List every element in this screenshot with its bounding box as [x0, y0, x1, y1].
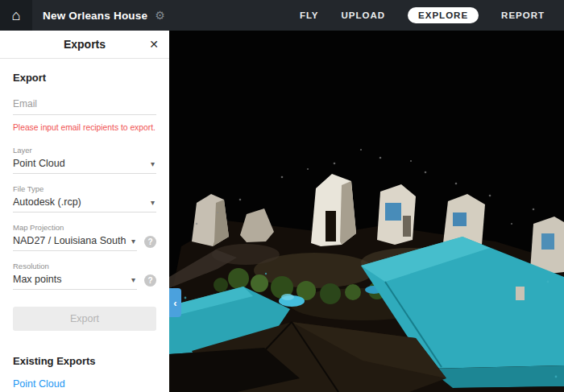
gear-icon[interactable]: ⚙	[155, 9, 165, 22]
existing-exports-section: Existing Exports Point Cloud Max points …	[13, 355, 156, 392]
map-projection-field: Map Projection NAD27 / Louisiana South ▾…	[13, 223, 156, 251]
chevron-down-icon: ▾	[151, 159, 155, 168]
nav-upload[interactable]: UPLOAD	[342, 10, 386, 20]
existing-exports-heading: Existing Exports	[13, 355, 156, 367]
chevron-down-icon: ▾	[151, 198, 155, 207]
layer-field: Layer Point Cloud ▾	[13, 146, 156, 174]
layer-value: Point Cloud	[13, 158, 65, 169]
file-type-value: Autodesk (.rcp)	[13, 196, 81, 208]
home-icon: ⌂	[12, 7, 21, 24]
nav-explore[interactable]: EXPLORE	[408, 7, 479, 23]
panel-collapse-tab[interactable]: ‹	[169, 288, 181, 317]
top-nav: FLY UPLOAD EXPLORE REPORT	[300, 7, 564, 23]
collapse-arrow-icon: ‹	[173, 297, 176, 309]
layer-select[interactable]: Point Cloud ▾	[13, 156, 156, 174]
help-icon[interactable]: ?	[144, 236, 156, 248]
file-type-field: File Type Autodesk (.rcp) ▾	[13, 184, 156, 213]
point-cloud-render	[169, 31, 564, 392]
chevron-down-icon: ▾	[131, 275, 135, 284]
email-error-message: Please input email recipients to export.	[13, 122, 156, 133]
help-icon[interactable]: ?	[144, 274, 156, 287]
resolution-label: Resolution	[13, 262, 137, 270]
resolution-field: Resolution Max points ▾ ?	[13, 262, 156, 290]
close-icon[interactable]: ✕	[149, 38, 159, 51]
file-type-label: File Type	[13, 184, 156, 193]
project-title: New Orleans House	[43, 10, 147, 22]
nav-fly[interactable]: FLY	[300, 10, 319, 20]
map-projection-select[interactable]: NAD27 / Louisiana South ▾	[13, 233, 137, 251]
layer-label: Layer	[13, 146, 156, 155]
panel-header: Exports ✕	[0, 31, 169, 59]
export-button[interactable]: Export	[13, 307, 156, 331]
panel-title: Exports	[64, 38, 106, 51]
exports-panel: Exports ✕ Export Please input email reci…	[0, 31, 169, 392]
email-input[interactable]	[13, 95, 156, 115]
resolution-value: Max points	[13, 274, 61, 285]
map-projection-value: NAD27 / Louisiana South	[13, 235, 126, 246]
existing-export-name-link[interactable]: Point Cloud	[13, 378, 156, 390]
home-button[interactable]: ⌂	[0, 0, 32, 31]
export-heading: Export	[13, 72, 156, 84]
top-bar: ⌂ New Orleans House ⚙ FLY UPLOAD EXPLORE…	[0, 0, 564, 31]
point-cloud-viewport[interactable]	[169, 31, 564, 392]
nav-report[interactable]: REPORT	[501, 10, 545, 20]
map-projection-label: Map Projection	[13, 223, 137, 232]
resolution-select[interactable]: Max points ▾	[13, 272, 137, 290]
file-type-select[interactable]: Autodesk (.rcp) ▾	[13, 195, 156, 213]
chevron-down-icon: ▾	[131, 237, 135, 246]
